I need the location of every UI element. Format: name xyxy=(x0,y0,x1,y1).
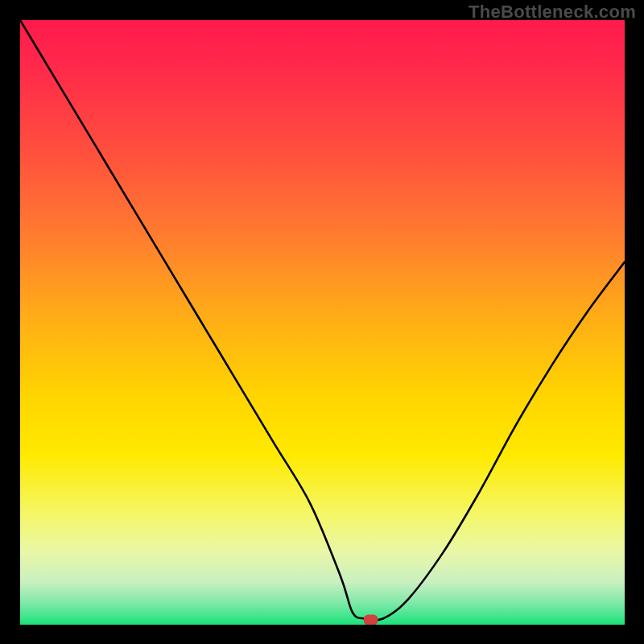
gradient-background xyxy=(20,20,625,625)
optimal-marker xyxy=(364,614,378,625)
plot-area xyxy=(20,20,625,625)
plot-svg xyxy=(20,20,625,625)
watermark-text: TheBottleneck.com xyxy=(469,2,636,23)
chart-frame: TheBottleneck.com xyxy=(0,0,644,644)
